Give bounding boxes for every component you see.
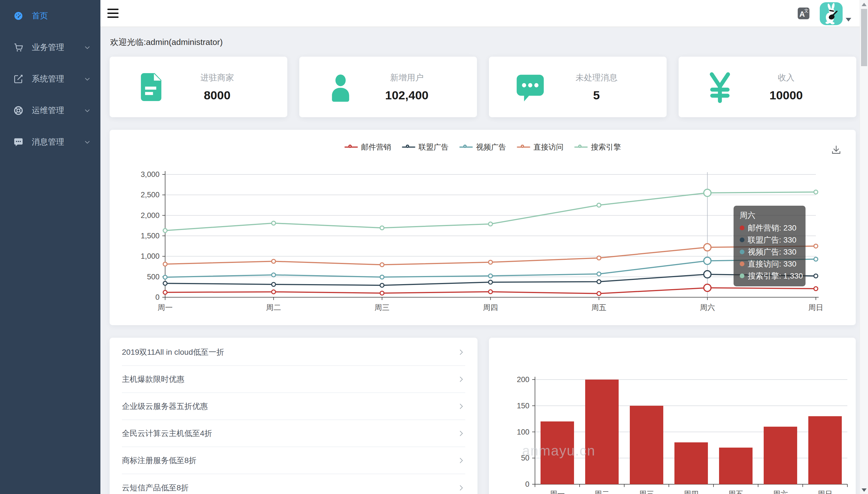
sidebar-item-ops[interactable]: 运维管理 (0, 95, 100, 126)
sidebar-item-label: 系统管理 (32, 73, 64, 84)
promo-label: 主机爆款限时优惠 (122, 374, 184, 385)
chevron-down-icon (84, 107, 91, 114)
promo-list-item[interactable]: 企业级云服务器五折优惠 (122, 393, 465, 420)
legend-item[interactable]: 直接访问 (517, 142, 564, 152)
welcome-message: 欢迎光临:admin(administrator) (110, 37, 222, 48)
promo-list-item[interactable]: 云短信产品低至8折 (122, 474, 465, 494)
series-dot-icon (740, 226, 745, 230)
user-dropdown-caret-icon[interactable] (846, 18, 851, 21)
svg-text:周日: 周日 (808, 303, 823, 312)
legend-item[interactable]: 视频广告 (459, 142, 506, 152)
edit-icon (13, 73, 24, 84)
scroll-down-arrow-icon[interactable] (862, 489, 867, 492)
svg-text:周五: 周五 (728, 490, 743, 494)
sidebar-item-label: 运维管理 (32, 105, 64, 116)
svg-text:2,000: 2,000 (141, 211, 160, 220)
avatar[interactable] (820, 2, 843, 25)
legend-line-icon (459, 144, 473, 150)
bar-chart-canvas[interactable]: 050100150200周一周二周三周四周五周六周日 (489, 338, 856, 494)
promo-label: 全民云计算云主机低至4折 (122, 428, 212, 439)
promo-label: 商标注册服务低至8折 (122, 455, 197, 466)
chevron-right-icon (457, 348, 465, 356)
series-dot-icon (740, 273, 745, 278)
promo-list-item[interactable]: 全民云计算云主机低至4折 (122, 420, 465, 447)
series-dot-icon (740, 249, 745, 254)
tooltip-row: 邮件营销: 230 (740, 222, 800, 234)
svg-text:150: 150 (517, 402, 529, 410)
dashboard-icon (13, 10, 24, 21)
svg-text:周六: 周六 (773, 490, 788, 494)
stat-value: 8000 (166, 89, 268, 102)
svg-text:周一: 周一 (550, 490, 565, 494)
svg-text:500: 500 (147, 273, 160, 281)
tooltip-row: 直接访问: 330 (740, 258, 800, 270)
legend-line-icon (402, 144, 415, 150)
sidebar-item-messages[interactable]: 消息管理 (0, 126, 100, 158)
svg-text:周一: 周一 (158, 303, 173, 312)
tooltip-row-text: 邮件营销: 230 (748, 223, 796, 233)
series-dot-icon (740, 238, 745, 242)
legend-item[interactable]: 邮件营销 (344, 142, 391, 152)
line-chart-panel: 邮件营销联盟广告视频广告直接访问搜索引擎 05001,0001,5002,000… (110, 130, 856, 325)
svg-text:1,000: 1,000 (141, 252, 160, 260)
svg-text:周六: 周六 (700, 303, 715, 312)
scrollbar-thumb[interactable] (861, 9, 867, 66)
legend-line-icon (344, 144, 358, 150)
sidebar-item-label: 消息管理 (32, 136, 64, 148)
promo-list-item[interactable]: 商标注册服务低至8折 (122, 447, 465, 474)
legend-item[interactable]: 搜索引擎 (574, 142, 621, 152)
life-ring-icon (13, 105, 24, 116)
legend-label: 联盟广告 (419, 142, 449, 152)
sidebar-item-system[interactable]: 系统管理 (0, 63, 100, 95)
legend-line-icon (517, 144, 530, 150)
scroll-up-arrow-icon[interactable] (862, 3, 867, 6)
svg-text:0: 0 (525, 480, 529, 489)
legend-line-icon (574, 144, 588, 150)
svg-text:200: 200 (517, 375, 529, 384)
svg-text:100: 100 (517, 428, 529, 436)
stat-label: 进驻商家 (166, 72, 268, 83)
scrollbar[interactable] (860, 0, 868, 494)
promo-label: 云短信产品低至8折 (122, 482, 189, 493)
svg-text:3,000: 3,000 (141, 170, 160, 178)
translate-wen-glyph: 文 (804, 8, 809, 14)
tooltip-row: 搜索引擎: 1,330 (740, 270, 800, 282)
legend-label: 邮件营销 (361, 142, 391, 152)
svg-text:2,500: 2,500 (141, 191, 160, 199)
watermark: anmayu.cn (522, 443, 595, 459)
comment-dots-icon (13, 136, 24, 148)
chevron-right-icon (457, 375, 465, 383)
series-dot-icon (740, 262, 745, 266)
svg-text:1,500: 1,500 (141, 232, 160, 240)
stat-value: 5 (546, 89, 647, 102)
legend-label: 直接访问 (534, 142, 564, 152)
legend-label: 视频广告 (476, 142, 506, 152)
stat-card-new-users: 新增用户 102,400 (299, 57, 477, 117)
chart-tooltip: 周六 邮件营销: 230联盟广告: 330视频广告: 330直接访问: 330搜… (733, 206, 806, 286)
legend-item[interactable]: 联盟广告 (402, 142, 449, 152)
comment-icon (515, 69, 546, 105)
sidebar-item-home[interactable]: 首页 (0, 0, 100, 32)
legend-label: 搜索引擎 (591, 142, 621, 152)
svg-text:周二: 周二 (266, 303, 281, 312)
chevron-down-icon (84, 75, 91, 82)
hamburger-menu-icon[interactable] (107, 9, 119, 18)
cart-icon (13, 42, 24, 53)
promo-label: 2019双11All in cloud低至一折 (122, 347, 224, 358)
sidebar-item-business[interactable]: 业务管理 (0, 32, 100, 63)
stat-label: 未处理消息 (546, 72, 647, 83)
translate-button[interactable]: A 文 (798, 7, 809, 19)
svg-text:周五: 周五 (591, 303, 606, 312)
sidebar-item-label: 业务管理 (32, 42, 64, 53)
tooltip-row: 视频广告: 330 (740, 246, 800, 258)
svg-text:周四: 周四 (483, 303, 498, 312)
stat-card-merchants: 进驻商家 8000 (110, 57, 287, 117)
promo-list-item[interactable]: 主机爆款限时优惠 (122, 366, 465, 393)
tooltip-row-text: 视频广告: 330 (748, 247, 796, 257)
svg-text:周二: 周二 (594, 490, 609, 494)
promo-list-item[interactable]: 2019双11All in cloud低至一折 (122, 339, 465, 366)
svg-text:周四: 周四 (684, 490, 699, 494)
stat-card-income: 收入 10000 (678, 57, 856, 117)
stat-card-pending-messages: 未处理消息 5 (489, 57, 667, 117)
svg-text:0: 0 (155, 293, 160, 301)
